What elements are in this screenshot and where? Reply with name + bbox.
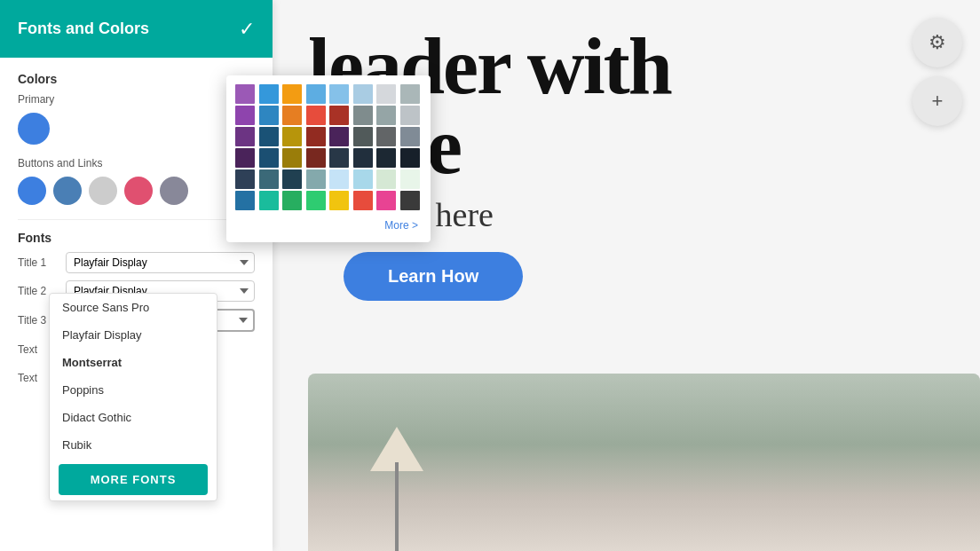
color-cell-42[interactable] bbox=[282, 191, 302, 210]
font-item-source-sans[interactable]: Source Sans Pro bbox=[50, 294, 217, 321]
color-swatches-row bbox=[18, 177, 255, 205]
color-cell-2[interactable] bbox=[282, 84, 302, 104]
font-item-montserrat[interactable]: Montserrat bbox=[50, 349, 217, 376]
color-cell-45[interactable] bbox=[353, 191, 373, 210]
font-item-didact[interactable]: Didact Gothic bbox=[50, 404, 217, 431]
color-swatch-4[interactable] bbox=[124, 177, 153, 205]
color-cell-24[interactable] bbox=[235, 148, 255, 168]
color-swatch-1[interactable] bbox=[18, 177, 46, 205]
color-cell-40[interactable] bbox=[235, 191, 255, 210]
right-buttons: ⚙ + bbox=[913, 18, 962, 126]
color-cell-44[interactable] bbox=[329, 191, 349, 210]
color-cell-19[interactable] bbox=[306, 127, 326, 146]
color-cell-7[interactable] bbox=[400, 84, 420, 104]
learn-how-button[interactable]: Learn How bbox=[344, 252, 523, 301]
color-cell-33[interactable] bbox=[259, 169, 279, 189]
more-fonts-button[interactable]: MORE FONTS bbox=[59, 464, 208, 495]
color-cell-6[interactable] bbox=[376, 84, 396, 104]
color-cell-1[interactable] bbox=[259, 84, 279, 104]
panel-header: Fonts and Colors ✓ bbox=[0, 0, 273, 58]
panel-title: Fonts and Colors bbox=[18, 20, 149, 38]
color-cell-25[interactable] bbox=[259, 148, 279, 168]
color-swatch-2[interactable] bbox=[53, 177, 82, 205]
font-item-poppins[interactable]: Poppins bbox=[50, 376, 217, 404]
color-grid bbox=[235, 84, 422, 210]
color-cell-16[interactable] bbox=[235, 127, 255, 146]
title1-font-dropdown[interactable]: Playfair Display bbox=[66, 252, 255, 273]
hero-image bbox=[308, 374, 980, 551]
color-cell-18[interactable] bbox=[282, 127, 302, 146]
check-icon[interactable]: ✓ bbox=[239, 18, 255, 41]
color-cell-9[interactable] bbox=[259, 106, 279, 125]
color-cell-8[interactable] bbox=[235, 106, 255, 125]
color-cell-20[interactable] bbox=[329, 127, 349, 146]
color-cell-21[interactable] bbox=[353, 127, 373, 146]
primary-color-swatch[interactable] bbox=[18, 113, 50, 145]
color-cell-39[interactable] bbox=[400, 169, 420, 189]
font-dropdown-list: Source Sans Pro Playfair Display Montser… bbox=[49, 293, 217, 501]
buttons-links-label: Buttons and Links bbox=[18, 157, 255, 169]
color-cell-29[interactable] bbox=[353, 148, 373, 168]
color-cell-14[interactable] bbox=[376, 106, 396, 125]
colors-section-label: Colors bbox=[18, 72, 255, 86]
color-cell-26[interactable] bbox=[282, 148, 302, 168]
color-cell-5[interactable] bbox=[353, 84, 373, 104]
color-cell-28[interactable] bbox=[329, 148, 349, 168]
font-row-title1: Title 1 Playfair Display bbox=[18, 252, 255, 273]
color-cell-43[interactable] bbox=[306, 191, 326, 210]
color-cell-13[interactable] bbox=[353, 106, 373, 125]
hero-image-inner bbox=[308, 374, 980, 551]
color-cell-35[interactable] bbox=[306, 169, 326, 189]
font-item-playfair[interactable]: Playfair Display bbox=[50, 321, 217, 349]
add-button[interactable]: + bbox=[913, 76, 962, 126]
color-cell-37[interactable] bbox=[353, 169, 373, 189]
color-swatch-5[interactable] bbox=[160, 177, 188, 205]
color-cell-11[interactable] bbox=[306, 106, 326, 125]
settings-button[interactable]: ⚙ bbox=[913, 18, 962, 67]
color-cell-27[interactable] bbox=[306, 148, 326, 168]
color-cell-31[interactable] bbox=[400, 148, 420, 168]
lamp-pole bbox=[395, 462, 399, 551]
font-item-rubik[interactable]: Rubik bbox=[50, 431, 217, 459]
color-cell-34[interactable] bbox=[282, 169, 302, 189]
title1-label: Title 1 bbox=[18, 256, 60, 269]
primary-color-label: Primary bbox=[18, 93, 255, 106]
plus-icon: + bbox=[932, 90, 944, 113]
gear-icon: ⚙ bbox=[929, 31, 946, 54]
color-cell-15[interactable] bbox=[400, 106, 420, 125]
color-cell-41[interactable] bbox=[259, 191, 279, 210]
color-cell-12[interactable] bbox=[329, 106, 349, 125]
color-cell-23[interactable] bbox=[400, 127, 420, 146]
color-cell-30[interactable] bbox=[376, 148, 396, 168]
color-cell-32[interactable] bbox=[235, 169, 255, 189]
color-cell-47[interactable] bbox=[400, 191, 420, 210]
color-cell-22[interactable] bbox=[376, 127, 396, 146]
color-picker-more[interactable]: More > bbox=[235, 217, 422, 233]
color-cell-10[interactable] bbox=[282, 106, 302, 125]
color-swatch-3[interactable] bbox=[89, 177, 117, 205]
lamp-decoration bbox=[361, 409, 432, 551]
color-cell-0[interactable] bbox=[235, 84, 255, 104]
color-cell-3[interactable] bbox=[306, 84, 326, 104]
color-cell-4[interactable] bbox=[329, 84, 349, 104]
color-cell-17[interactable] bbox=[259, 127, 279, 146]
color-cell-46[interactable] bbox=[376, 191, 396, 210]
color-cell-38[interactable] bbox=[376, 169, 396, 189]
color-cell-36[interactable] bbox=[329, 169, 349, 189]
fonts-section-label: Fonts bbox=[18, 231, 255, 245]
primary-color-row bbox=[18, 113, 255, 145]
color-picker-popup: More > bbox=[226, 75, 431, 242]
